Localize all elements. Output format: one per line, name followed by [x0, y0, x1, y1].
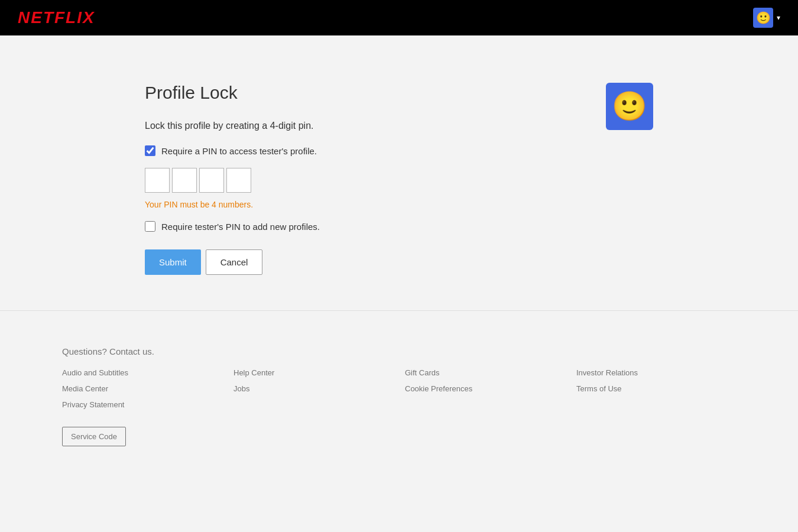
- profile-avatar-large: 🙂: [606, 83, 653, 130]
- profile-avatar-face-icon: 🙂: [612, 90, 647, 123]
- pin-inputs-group: [145, 168, 570, 193]
- main-content: Profile Lock Lock this profile by creati…: [133, 59, 665, 310]
- profile-face-icon: 🙂: [756, 11, 771, 25]
- footer-link-gift-cards[interactable]: Gift Cards: [405, 368, 565, 377]
- page-title: Profile Lock: [145, 83, 570, 103]
- header: NETFLIX 🙂 ▾: [0, 0, 798, 35]
- form-buttons: Submit Cancel: [145, 249, 570, 275]
- footer-link-investor-relations[interactable]: Investor Relations: [576, 368, 736, 377]
- pin-access-label: Require a PIN to access tester's profile…: [161, 146, 317, 156]
- pin-digit-3[interactable]: [199, 168, 224, 193]
- pin-profiles-checkbox-row: Require tester's PIN to add new profiles…: [145, 221, 570, 232]
- pin-access-checkbox[interactable]: [145, 145, 155, 156]
- pin-error-message: Your PIN must be 4 numbers.: [145, 200, 570, 209]
- footer-links-grid: Audio and Subtitles Help Center Gift Car…: [62, 368, 736, 409]
- pin-profiles-checkbox[interactable]: [145, 221, 155, 232]
- dropdown-arrow-icon[interactable]: ▾: [777, 14, 780, 22]
- profile-lock-form: Profile Lock Lock this profile by creati…: [145, 83, 570, 275]
- footer-link-audio-subtitles[interactable]: Audio and Subtitles: [62, 368, 222, 377]
- footer-link-cookie-preferences[interactable]: Cookie Preferences: [405, 384, 565, 393]
- footer-link-privacy-statement[interactable]: Privacy Statement: [62, 400, 222, 409]
- lock-description: Lock this profile by creating a 4-digit …: [145, 121, 570, 131]
- footer-link-jobs[interactable]: Jobs: [233, 384, 393, 393]
- contact-text: Questions? Contact us.: [62, 346, 154, 356]
- cancel-button[interactable]: Cancel: [206, 249, 263, 275]
- footer-link-terms-of-use[interactable]: Terms of Use: [576, 384, 736, 393]
- pin-digit-1[interactable]: [145, 168, 170, 193]
- pin-digit-4[interactable]: [226, 168, 251, 193]
- service-code-button[interactable]: Service Code: [62, 427, 126, 446]
- footer: Questions? Contact us. Audio and Subtitl…: [44, 329, 754, 470]
- footer-divider: [0, 310, 798, 311]
- submit-button[interactable]: Submit: [145, 249, 201, 275]
- header-right: 🙂 ▾: [753, 8, 780, 28]
- footer-link-media-center[interactable]: Media Center: [62, 384, 222, 393]
- footer-link-empty-3: [576, 400, 736, 409]
- pin-digit-2[interactable]: [172, 168, 197, 193]
- pin-profiles-label: Require tester's PIN to add new profiles…: [161, 222, 320, 232]
- pin-access-checkbox-row: Require a PIN to access tester's profile…: [145, 145, 570, 156]
- profile-avatar-small[interactable]: 🙂: [753, 8, 773, 28]
- footer-link-empty-1: [233, 400, 393, 409]
- netflix-logo: NETFLIX: [18, 8, 95, 27]
- footer-contact: Questions? Contact us.: [62, 346, 736, 356]
- footer-link-empty-2: [405, 400, 565, 409]
- footer-link-help-center[interactable]: Help Center: [233, 368, 393, 377]
